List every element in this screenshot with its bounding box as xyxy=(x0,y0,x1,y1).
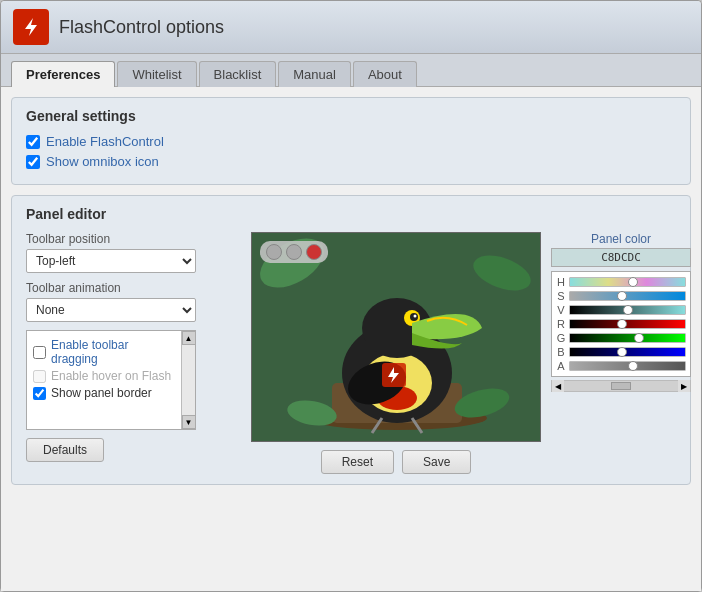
enable-toolbar-dragging-checkbox[interactable] xyxy=(33,346,46,359)
slider-row-r: R xyxy=(556,318,686,330)
scroll-down-btn[interactable]: ▼ xyxy=(182,415,196,429)
slider-label-r: R xyxy=(556,318,566,330)
panel-color-label: Panel color xyxy=(551,232,691,246)
color-scrollbar: ◀ ▶ xyxy=(551,380,691,392)
tab-preferences[interactable]: Preferences xyxy=(11,61,115,87)
slider-label-h: H xyxy=(556,276,566,288)
slider-track-s[interactable] xyxy=(569,291,686,301)
color-scroll-track xyxy=(564,381,678,391)
slider-row-b: B xyxy=(556,346,686,358)
enable-flashcontrol-label: Enable FlashControl xyxy=(46,134,164,149)
show-panel-border-checkbox[interactable] xyxy=(33,387,46,400)
slider-thumb-s[interactable] xyxy=(617,291,627,301)
enable-toolbar-dragging-row: Enable toolbardragging xyxy=(33,338,189,366)
bird-preview xyxy=(251,232,541,442)
enable-hover-on-flash-label: Enable hover on Flash xyxy=(51,369,171,383)
toolbar-position-select[interactable]: Top-left Top-right Bottom-left Bottom-ri… xyxy=(26,249,196,273)
tab-whitelist[interactable]: Whitelist xyxy=(117,61,196,87)
slider-thumb-h[interactable] xyxy=(628,277,638,287)
right-panel: Panel color C8DCDC H S xyxy=(551,232,691,474)
enable-toolbar-dragging-label: Enable toolbardragging xyxy=(51,338,128,366)
slider-row-v: V xyxy=(556,304,686,316)
svg-point-10 xyxy=(414,315,417,318)
panel-editor-layout: Toolbar position Top-left Top-right Bott… xyxy=(26,232,676,474)
general-settings-title: General settings xyxy=(26,108,676,124)
slider-track-r[interactable] xyxy=(569,319,686,329)
preview-toolbar xyxy=(260,241,328,263)
scroll-up-btn[interactable]: ▲ xyxy=(182,331,196,345)
tool-play xyxy=(266,244,282,260)
left-controls: Toolbar position Top-left Top-right Bott… xyxy=(26,232,241,474)
slider-row-g: G xyxy=(556,332,686,344)
slider-thumb-v[interactable] xyxy=(623,305,633,315)
main-window: FlashControl options Preferences Whiteli… xyxy=(0,0,702,592)
middle-panel: Reset Save xyxy=(251,232,541,474)
general-settings-section: General settings Enable FlashControl Sho… xyxy=(11,97,691,185)
color-scroll-left-btn[interactable]: ◀ xyxy=(552,380,564,392)
slider-thumb-r[interactable] xyxy=(617,319,627,329)
save-button[interactable]: Save xyxy=(402,450,471,474)
show-panel-border-row: Show panel border xyxy=(33,386,189,400)
tab-about[interactable]: About xyxy=(353,61,417,87)
toolbar-animation-label: Toolbar animation xyxy=(26,281,241,295)
content-area: General settings Enable FlashControl Sho… xyxy=(1,87,701,591)
scroll-list-content: Enable toolbardragging Enable hover on F… xyxy=(27,331,195,404)
options-list: ▲ ▼ Enable toolbardragging xyxy=(26,330,196,430)
reset-button[interactable]: Reset xyxy=(321,450,394,474)
tool-pause xyxy=(286,244,302,260)
show-omnibox-label: Show omnibox icon xyxy=(46,154,159,169)
slider-row-h: H xyxy=(556,276,686,288)
slider-track-h[interactable] xyxy=(569,277,686,287)
slider-thumb-b[interactable] xyxy=(617,347,627,357)
slider-label-g: G xyxy=(556,332,566,344)
defaults-button[interactable]: Defaults xyxy=(26,438,104,462)
tab-bar: Preferences Whitelist Blacklist Manual A… xyxy=(1,54,701,87)
show-omnibox-row: Show omnibox icon xyxy=(26,154,676,169)
slider-row-a: A xyxy=(556,360,686,372)
show-panel-border-label: Show panel border xyxy=(51,386,152,400)
flash-icon xyxy=(13,9,49,45)
panel-editor-title: Panel editor xyxy=(26,206,676,222)
enable-flashcontrol-row: Enable FlashControl xyxy=(26,134,676,149)
color-value: C8DCDC xyxy=(551,248,691,267)
toolbar-position-label: Toolbar position xyxy=(26,232,241,246)
slider-label-b: B xyxy=(556,346,566,358)
panel-editor-section: Panel editor Toolbar position Top-left T… xyxy=(11,195,691,485)
tool-stop xyxy=(306,244,322,260)
enable-flashcontrol-checkbox[interactable] xyxy=(26,135,40,149)
tab-blacklist[interactable]: Blacklist xyxy=(199,61,277,87)
toolbar-animation-select[interactable]: None Fade Slide xyxy=(26,298,196,322)
slider-track-g[interactable] xyxy=(569,333,686,343)
slider-label-a: A xyxy=(556,360,566,372)
enable-hover-on-flash-row: Enable hover on Flash xyxy=(33,369,189,383)
enable-hover-on-flash-checkbox[interactable] xyxy=(33,370,46,383)
slider-track-a[interactable] xyxy=(569,361,686,371)
title-bar: FlashControl options xyxy=(1,1,701,54)
window-title: FlashControl options xyxy=(59,17,224,38)
slider-track-v[interactable] xyxy=(569,305,686,315)
slider-label-v: V xyxy=(556,304,566,316)
slider-row-s: S xyxy=(556,290,686,302)
image-action-buttons: Reset Save xyxy=(321,450,472,474)
slider-thumb-a[interactable] xyxy=(628,361,638,371)
show-omnibox-checkbox[interactable] xyxy=(26,155,40,169)
color-scroll-thumb xyxy=(611,382,631,390)
slider-track-b[interactable] xyxy=(569,347,686,357)
tab-manual[interactable]: Manual xyxy=(278,61,351,87)
svg-marker-0 xyxy=(25,18,37,36)
bird-svg xyxy=(252,233,541,442)
slider-thumb-g[interactable] xyxy=(634,333,644,343)
color-scroll-right-btn[interactable]: ▶ xyxy=(678,380,690,392)
slider-label-s: S xyxy=(556,290,566,302)
color-sliders: H S xyxy=(551,271,691,377)
